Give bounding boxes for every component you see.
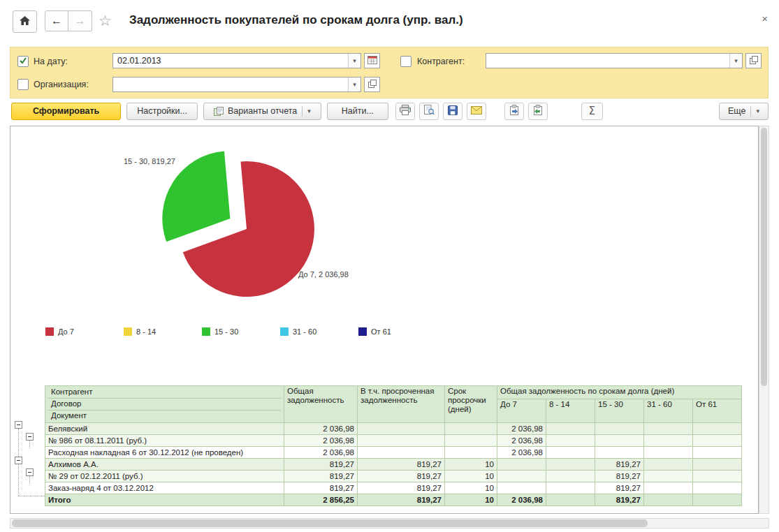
report-variants-label: Варианты отчета: [228, 106, 297, 116]
more-button[interactable]: Еще ▾: [719, 103, 769, 120]
organization-checkbox[interactable]: [17, 79, 29, 90]
organization-filter-label: Организация:: [34, 80, 89, 89]
save-values-button[interactable]: [528, 103, 548, 120]
expand-toggle-alkhimov[interactable]: [15, 457, 22, 464]
legend-swatch-icon: [45, 327, 54, 336]
cell-value: [693, 459, 742, 471]
chevron-down-icon: ▾: [353, 57, 356, 64]
legend-item: 8 - 14: [124, 327, 202, 336]
horizontal-scrollbar-thumb[interactable]: [12, 519, 648, 527]
cell-value: [644, 447, 693, 459]
find-button[interactable]: Найти...: [327, 103, 388, 120]
report-window: ← → ☆ Задолженность покупателей по срока…: [0, 0, 779, 532]
cell-value: [497, 459, 546, 471]
expand-toggle-belyavsky[interactable]: [15, 421, 22, 429]
chart-legend: До 78 - 1415 - 3031 - 60От 61: [45, 327, 437, 336]
minus-glyph: [28, 472, 31, 473]
envelope-icon: [471, 106, 482, 117]
header-buckets-group: Общая задолженность по срокам долга (дне…: [497, 386, 742, 399]
organization-picker-button[interactable]: [364, 77, 380, 92]
report-toolbar: Сформировать Настройки... Варианты отчет…: [11, 102, 769, 120]
report-table-body: Белявский2 036,982 036,98№ 986 от 08.11.…: [45, 423, 742, 506]
calendar-icon: [367, 55, 377, 66]
table-row[interactable]: Расходная накладная 6 от 30.12.2012 (не …: [45, 447, 742, 459]
legend-item: До 7: [45, 327, 124, 336]
back-button[interactable]: ←: [45, 10, 68, 31]
cell-value: 819,27: [284, 482, 358, 494]
counterparty-dropdown-button[interactable]: ▾: [729, 54, 742, 68]
legend-swatch-icon: [124, 327, 132, 336]
vertical-scrollbar[interactable]: [759, 126, 769, 514]
counterparty-input[interactable]: ▾: [486, 53, 743, 68]
report-grid: Контрагент Договор Документ Общая задолж…: [45, 385, 742, 506]
cell-value: 819,27: [284, 459, 358, 471]
find-label: Найти...: [342, 106, 374, 116]
report-variants-icon: [214, 107, 224, 116]
cell-value: [644, 494, 693, 506]
close-icon[interactable]: ×: [762, 13, 768, 24]
table-row[interactable]: Алхимов А.А.819,27819,2710819,27: [45, 459, 742, 471]
legend-swatch-icon: [202, 327, 210, 336]
legend-label: 31 - 60: [293, 327, 316, 336]
cell-value: 2 036,98: [497, 494, 546, 506]
cell-value: [693, 482, 742, 494]
report-variants-button[interactable]: Варианты отчета ▾: [203, 103, 321, 120]
vertical-scrollbar-thumb[interactable]: [761, 128, 767, 386]
print-button[interactable]: [395, 103, 415, 120]
header-overdue-days: Срок просрочки (дней): [445, 386, 497, 423]
generate-label: Сформировать: [33, 106, 99, 116]
open-picker-icon: [368, 80, 377, 90]
home-button[interactable]: [13, 10, 37, 33]
organization-input[interactable]: ▾: [112, 77, 361, 92]
header-entity: Контрагент Договор Документ: [45, 386, 284, 423]
floppy-disk-icon: [448, 105, 458, 117]
favorite-star-icon[interactable]: ☆: [99, 13, 112, 29]
legend-label: 15 - 30: [214, 327, 238, 336]
date-checkbox[interactable]: [17, 56, 29, 67]
table-row[interactable]: № 986 от 08.11.2011 (руб.)2 036,982 036,…: [45, 435, 742, 447]
date-input[interactable]: 02.01.2013 ▾: [112, 53, 361, 68]
table-row[interactable]: Заказ-наряд 4 от 03.12.2012819,27819,271…: [45, 482, 742, 494]
cell-value: [445, 423, 497, 435]
counterparty-picker-button[interactable]: [745, 53, 762, 68]
generate-button[interactable]: Сформировать: [11, 103, 121, 120]
autosum-button[interactable]: Σ: [581, 103, 603, 120]
history-nav: ← →: [45, 10, 92, 31]
save-button[interactable]: [443, 103, 463, 120]
expand-toggle-contract-29[interactable]: [26, 468, 34, 476]
expand-toggle-contract-986[interactable]: [26, 433, 34, 441]
tree-line: [18, 496, 45, 496]
horizontal-scrollbar[interactable]: [10, 518, 769, 529]
cell-value: [546, 435, 595, 447]
cell-value: [546, 494, 595, 506]
cell-value: [546, 471, 595, 482]
minus-glyph: [17, 424, 20, 425]
load-values-button[interactable]: [504, 103, 524, 120]
organization-dropdown-button[interactable]: ▾: [348, 77, 361, 91]
print-preview-button[interactable]: [419, 103, 439, 120]
date-calendar-button[interactable]: [364, 53, 380, 68]
button-separator: [302, 106, 303, 117]
cell-name: Расходная накладная 6 от 30.12.2012 (не …: [45, 447, 284, 459]
settings-button[interactable]: Настройки...: [126, 103, 198, 120]
date-dropdown-button[interactable]: ▾: [348, 54, 361, 68]
button-separator: [750, 106, 751, 117]
counterparty-checkbox[interactable]: [400, 56, 412, 67]
tree-line: [29, 441, 30, 448]
cell-value: 2 856,25: [284, 494, 358, 506]
tree-line: [18, 429, 19, 457]
legend-item: 15 - 30: [202, 327, 280, 336]
cell-value: 819,27: [358, 471, 445, 482]
forward-button[interactable]: →: [68, 10, 92, 31]
table-row[interactable]: № 29 от 02.12.2011 (руб.)819,27819,27108…: [45, 471, 742, 482]
cell-value: 10: [445, 482, 497, 494]
table-row[interactable]: Белявский2 036,982 036,98: [45, 423, 742, 435]
minus-glyph: [28, 436, 31, 437]
header-overdue-debt: В т.ч. просроченная задолженность: [358, 386, 445, 423]
header-bucket-15-30: 15 - 30: [595, 399, 644, 422]
pie-callout-do7: До 7, 2 036,98: [298, 270, 349, 279]
send-email-button[interactable]: [467, 103, 486, 120]
cell-value: 819,27: [358, 494, 445, 506]
cell-value: [644, 471, 693, 482]
table-row[interactable]: Итого2 856,25819,27102 036,98819,27: [45, 494, 742, 506]
